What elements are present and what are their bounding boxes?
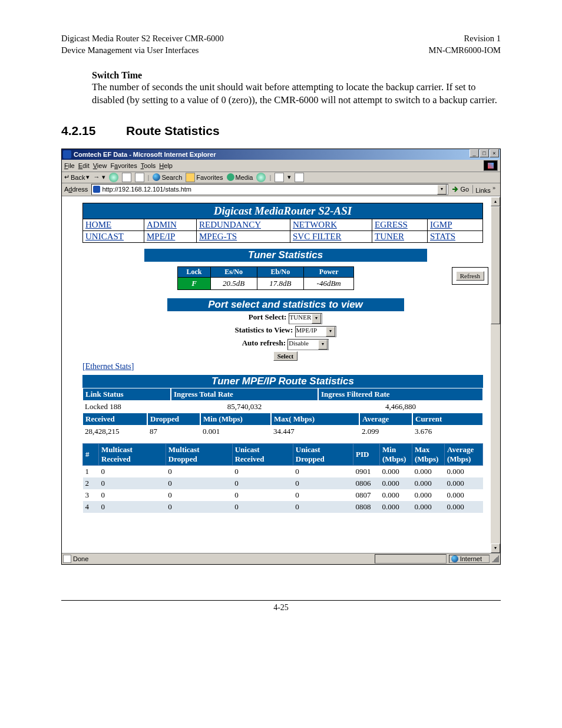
ingress-total-value: 85,740,032 <box>171 401 318 413</box>
toolbar: ↵ Back ▾ → ▾ | Search Favorites Media | … <box>62 172 500 183</box>
minimize-button[interactable]: _ <box>470 149 479 157</box>
address-field[interactable]: http://192.168.12.101/stats.htm▾ <box>91 184 448 195</box>
nav-admin[interactable]: ADMIN <box>144 219 197 230</box>
nav-tuner[interactable]: TUNER <box>372 230 428 242</box>
menu-help[interactable]: Help <box>159 162 173 169</box>
table-cell: 0 <box>293 501 353 513</box>
table-cell: 0.000 <box>412 489 445 501</box>
page-content: ▴ ▾ Digicast MediaRouter S2-ASI HOME ADM… <box>62 196 500 553</box>
search-button[interactable]: Search <box>153 173 182 181</box>
table-cell: 0.000 <box>445 465 483 477</box>
pid-table: # Multicast Received Multicast Dropped U… <box>82 443 483 513</box>
maximize-button[interactable]: □ <box>480 149 489 157</box>
link-status-value: Locked 188 <box>82 401 171 413</box>
table-cell: 0 <box>232 465 293 477</box>
hdr-l1: Digicast Media Router S2 Receiver CMR-60… <box>61 34 224 43</box>
tuner-lock: F <box>178 277 210 289</box>
table-cell: 0 <box>232 477 293 489</box>
pid-h-min: Min (Mbps) <box>380 443 412 465</box>
page-footer: 4-25 <box>61 600 501 612</box>
mail-icon[interactable] <box>275 173 284 182</box>
close-button[interactable]: × <box>490 149 499 157</box>
table-cell: 0 <box>293 489 353 501</box>
table-cell: 0806 <box>353 477 380 489</box>
hdr-r1: Revision 1 <box>464 34 501 43</box>
route-stats-title: Tuner MPE/IP Route Statistics <box>82 375 483 388</box>
nav-table: Digicast MediaRouter S2-ASI HOME ADMIN R… <box>82 203 483 243</box>
status-done: Done <box>73 555 88 562</box>
tuner-h-esno: Es/No <box>210 266 257 277</box>
page-icon <box>93 186 100 193</box>
table-cell: 0 <box>293 477 353 489</box>
links-button[interactable]: Links » <box>472 185 498 194</box>
nav-unicast[interactable]: UNICAST <box>83 230 144 242</box>
dropped-value: 87 <box>147 426 200 437</box>
address-dropdown-icon[interactable]: ▾ <box>437 185 447 195</box>
table-row: 2000008060.0000.0000.000 <box>83 477 483 489</box>
nav-redundancy[interactable]: REDUNDANCY <box>197 219 290 230</box>
auto-refresh-dropdown[interactable]: Disable▾ <box>287 339 329 350</box>
menu-bar: File Edit View Favorites Tools Help <box>62 160 500 172</box>
avg-value: 2.099 <box>359 426 412 437</box>
status-bar: Done Internet <box>62 553 500 564</box>
menu-favorites[interactable]: Favorites <box>110 162 137 169</box>
menu-edit[interactable]: Edit <box>78 162 90 169</box>
nav-network[interactable]: NETWORK <box>290 219 372 230</box>
pid-h-pid: PID <box>353 443 380 465</box>
history-icon[interactable] <box>256 173 266 182</box>
stop-icon[interactable] <box>109 173 118 182</box>
nav-stats[interactable]: STATS <box>428 230 483 242</box>
port-select-title: Port select and statistics to view <box>167 298 404 311</box>
media-button[interactable]: Media <box>227 173 253 181</box>
favorites-button[interactable]: Favorites <box>186 173 223 182</box>
stats-view-dropdown[interactable]: MPE/IP▾ <box>295 326 336 337</box>
tuner-h-ebno: Eb/No <box>257 266 303 277</box>
table-cell: 0 <box>99 501 166 513</box>
select-button[interactable]: Select <box>273 351 297 361</box>
resize-grip-icon[interactable] <box>492 555 499 562</box>
scroll-thumb[interactable] <box>491 206 500 324</box>
refresh-button[interactable]: Refresh <box>456 271 484 281</box>
menu-tools[interactable]: Tools <box>141 162 156 169</box>
table-cell: 0 <box>99 489 166 501</box>
nav-egress[interactable]: EGRESS <box>372 219 428 230</box>
nav-svcfilter[interactable]: SVC FILTER <box>290 230 372 242</box>
table-cell: 0 <box>293 465 353 477</box>
vertical-scrollbar[interactable]: ▴ ▾ <box>491 197 500 553</box>
favorites-icon <box>186 173 195 182</box>
table-cell: 0.000 <box>445 501 483 513</box>
min-value: 0.001 <box>200 426 271 437</box>
nav-home[interactable]: HOME <box>83 219 144 230</box>
ethernet-stats-link[interactable]: [Ethernet Stats] <box>82 362 488 371</box>
table-cell: 0 <box>166 501 232 513</box>
print-icon[interactable] <box>295 173 304 182</box>
pid-h-ucdrop: Unicast Dropped <box>293 443 353 465</box>
pid-h-mcdrop: Multicast Dropped <box>166 443 232 465</box>
go-button[interactable]: Go <box>452 186 469 193</box>
chevron-down-icon: ▾ <box>326 327 335 337</box>
table-cell: 0807 <box>353 489 380 501</box>
scroll-down-icon[interactable]: ▾ <box>491 543 500 553</box>
forward-button[interactable]: → ▾ <box>93 173 105 181</box>
menu-file[interactable]: File <box>64 162 75 169</box>
nav-mpeip[interactable]: MPE/IP <box>144 230 197 242</box>
menu-view[interactable]: View <box>93 162 107 169</box>
table-cell: 0 <box>99 477 166 489</box>
table-cell: 0 <box>99 465 166 477</box>
scroll-up-icon[interactable]: ▴ <box>491 197 500 206</box>
pid-h-max: Max (Mbps) <box>412 443 445 465</box>
table-row: 4000008080.0000.0000.000 <box>83 501 483 513</box>
current-value: 3.676 <box>412 426 483 437</box>
refresh-icon[interactable] <box>122 173 131 182</box>
switch-time-heading: Switch Time <box>92 70 501 81</box>
home-icon[interactable] <box>135 173 144 182</box>
pid-h-num: # <box>83 443 99 465</box>
tuner-power: -46dBm <box>303 277 353 289</box>
table-row: 1000009010.0000.0000.000 <box>83 465 483 477</box>
nav-igmp[interactable]: IGMP <box>428 219 483 230</box>
port-select-dropdown[interactable]: TUNER▾ <box>289 313 323 324</box>
nav-mpegts[interactable]: MPEG-TS <box>197 230 290 242</box>
back-button[interactable]: ↵ Back ▾ <box>64 173 90 181</box>
table-cell: 0.000 <box>445 477 483 489</box>
ingress-total-header: Ingress Total Rate <box>171 388 318 401</box>
